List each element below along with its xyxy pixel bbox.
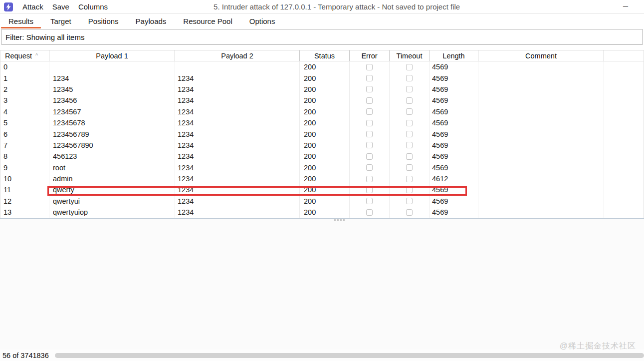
filler-cell	[604, 151, 644, 162]
column-header-comment[interactable]: Comment	[478, 50, 604, 61]
table-row[interactable]: 312345612342004569	[0, 95, 644, 106]
status-cell: 200	[300, 72, 350, 83]
table-row[interactable]: 4123456712342004569	[0, 106, 644, 117]
timeout-checkbox[interactable]	[406, 86, 413, 92]
column-header-length[interactable]: Length	[429, 50, 478, 61]
error-checkbox[interactable]	[366, 75, 373, 81]
payload1-cell: admin	[49, 173, 175, 184]
timeout-checkbox[interactable]	[406, 97, 413, 104]
status-value: 200	[304, 208, 316, 216]
length-cell: 4569	[429, 151, 478, 162]
payload1-value: 12345678	[53, 119, 85, 127]
menu-save[interactable]: Save	[48, 1, 74, 12]
status-cell: 200	[300, 173, 350, 184]
error-checkbox[interactable]	[366, 142, 373, 148]
table-row[interactable]: 12qwertyui12342004569	[0, 196, 644, 207]
request-cell: 2	[0, 84, 49, 95]
menu-columns[interactable]: Columns	[74, 1, 112, 12]
error-checkbox[interactable]	[366, 131, 373, 137]
tab-payloads[interactable]: Payloads	[127, 14, 175, 28]
error-checkbox[interactable]	[366, 187, 373, 193]
payload1-cell: 12345	[49, 84, 175, 95]
error-checkbox[interactable]	[366, 97, 373, 104]
payload1-cell: qwertyui	[49, 196, 175, 207]
timeout-checkbox[interactable]	[406, 164, 413, 171]
request-cell: 7	[0, 140, 49, 151]
error-checkbox[interactable]	[366, 198, 373, 204]
error-cell	[350, 140, 390, 151]
table-row[interactable]: 1123412342004569	[0, 72, 644, 83]
filter-bar[interactable]: Filter: Showing all items	[1, 29, 643, 45]
table-row[interactable]: 02004569	[0, 61, 644, 72]
length-cell: 4569	[429, 207, 478, 218]
minimize-button[interactable]: ─	[620, 1, 631, 11]
payload2-value: 1234	[178, 96, 194, 104]
column-header-request[interactable]: Request^	[0, 50, 49, 61]
timeout-checkbox[interactable]	[406, 187, 413, 193]
column-header-payload2[interactable]: Payload 2	[175, 50, 300, 61]
status-cell: 200	[300, 207, 350, 218]
timeout-checkbox[interactable]	[406, 75, 413, 81]
comment-cell	[478, 207, 604, 218]
timeout-cell	[390, 84, 429, 95]
column-header-status[interactable]: Status	[300, 50, 350, 61]
table-row[interactable]: 21234512342004569	[0, 84, 644, 95]
payload1-cell: 123456789	[49, 128, 175, 139]
request-cell: 10	[0, 173, 49, 184]
status-cell: 200	[300, 128, 350, 139]
table-row[interactable]: 11qwerty12342004569	[0, 184, 644, 195]
column-header-payload1[interactable]: Payload 1	[49, 50, 175, 61]
error-cell	[350, 207, 390, 218]
payload1-value: 456123	[53, 152, 77, 160]
splitter-handle[interactable]	[334, 219, 345, 221]
error-checkbox[interactable]	[366, 64, 373, 70]
timeout-checkbox[interactable]	[406, 64, 413, 70]
timeout-checkbox[interactable]	[406, 131, 413, 137]
payload2-value: 1234	[178, 197, 194, 205]
filler-cell	[604, 61, 644, 72]
timeout-cell	[390, 207, 429, 218]
error-checkbox[interactable]	[366, 209, 373, 216]
column-header-timeout[interactable]: Timeout	[390, 50, 429, 61]
table-row[interactable]: 13qwertyuiop12342004569	[0, 207, 644, 218]
comment-cell	[478, 128, 604, 139]
error-checkbox[interactable]	[366, 153, 373, 160]
tab-positions[interactable]: Positions	[80, 14, 127, 28]
status-cell: 200	[300, 151, 350, 162]
column-header-error[interactable]: Error	[350, 50, 390, 61]
error-checkbox[interactable]	[366, 108, 373, 115]
status-cell: 200	[300, 184, 350, 195]
tab-resource-pool[interactable]: Resource Pool	[175, 14, 240, 28]
status-value: 200	[304, 197, 316, 205]
timeout-checkbox[interactable]	[406, 120, 413, 126]
timeout-checkbox[interactable]	[406, 198, 413, 204]
payload2-value: 1234	[178, 74, 194, 82]
error-checkbox[interactable]	[366, 176, 373, 182]
payload2-cell: 1234	[175, 151, 300, 162]
payload1-value: 123456	[53, 96, 77, 104]
table-row[interactable]: 9root12342004569	[0, 162, 644, 173]
table-row[interactable]: 10admin12342004612	[0, 173, 644, 184]
length-value: 4569	[432, 186, 448, 194]
error-checkbox[interactable]	[366, 86, 373, 92]
table-row[interactable]: 7123456789012342004569	[0, 140, 644, 151]
table-row[interactable]: 612345678912342004569	[0, 128, 644, 139]
table-row[interactable]: 845612312342004569	[0, 151, 644, 162]
payload2-cell: 1234	[175, 184, 300, 195]
timeout-checkbox[interactable]	[406, 142, 413, 148]
table-row[interactable]: 51234567812342004569	[0, 117, 644, 128]
menu-attack[interactable]: Attack	[18, 1, 48, 12]
tab-target[interactable]: Target	[42, 14, 80, 28]
timeout-cell	[390, 72, 429, 83]
timeout-checkbox[interactable]	[406, 108, 413, 115]
error-checkbox[interactable]	[366, 164, 373, 171]
tab-options[interactable]: Options	[241, 14, 284, 28]
request-cell: 8	[0, 151, 49, 162]
timeout-checkbox[interactable]	[406, 209, 413, 216]
timeout-checkbox[interactable]	[406, 176, 413, 182]
length-cell: 4569	[429, 95, 478, 106]
timeout-checkbox[interactable]	[406, 153, 413, 160]
tab-results[interactable]: Results	[0, 14, 42, 28]
length-value: 4569	[432, 152, 448, 160]
error-checkbox[interactable]	[366, 120, 373, 126]
